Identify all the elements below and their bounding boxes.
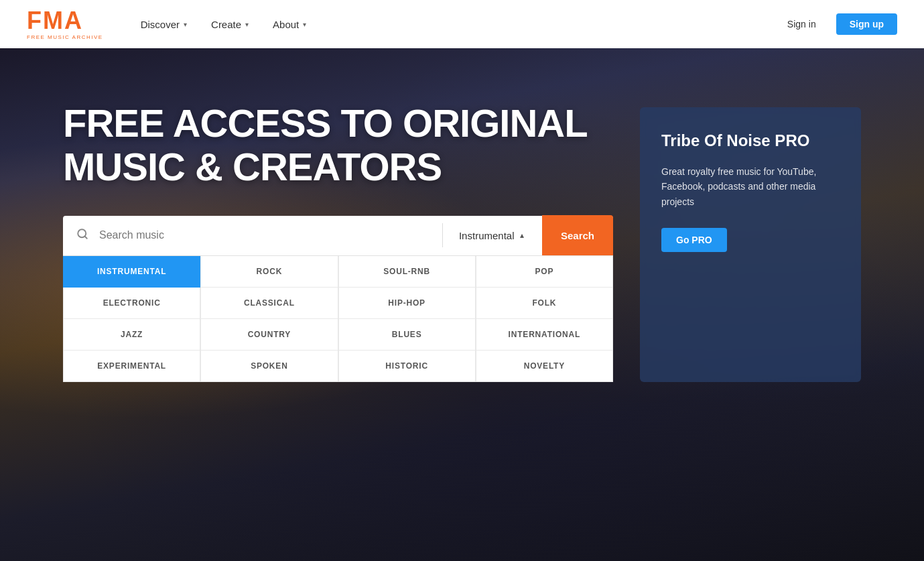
hero-content: FREE ACCESS TO ORIGINAL MUSIC & CREATORS… bbox=[0, 48, 924, 382]
search-button[interactable]: Search bbox=[542, 215, 613, 255]
logo-subtitle: FREE MUSIC ARCHIVE bbox=[27, 34, 103, 40]
navbar: FMA FREE MUSIC ARCHIVE Discover ▾ Create… bbox=[0, 0, 924, 48]
genre-item-blues[interactable]: BLUES bbox=[338, 319, 476, 351]
pro-card: Tribe Of Noise PRO Great royalty free mu… bbox=[640, 107, 861, 382]
discover-chevron-icon: ▾ bbox=[184, 21, 187, 28]
search-bar: Instrumental ▴ Search bbox=[63, 216, 613, 256]
signup-button[interactable]: Sign up bbox=[836, 13, 897, 35]
genre-item-novelty[interactable]: NOVELTY bbox=[476, 351, 613, 382]
hero-left: FREE ACCESS TO ORIGINAL MUSIC & CREATORS… bbox=[63, 102, 613, 382]
logo[interactable]: FMA FREE MUSIC ARCHIVE bbox=[27, 9, 103, 40]
signin-button[interactable]: Sign in bbox=[775, 13, 828, 35]
hero-title-line2: MUSIC & CREATORS bbox=[63, 145, 442, 188]
about-chevron-icon: ▾ bbox=[303, 21, 306, 28]
genre-item-experimental[interactable]: EXPERIMENTAL bbox=[63, 351, 200, 382]
search-icon bbox=[63, 228, 99, 243]
svg-line-1 bbox=[84, 236, 86, 238]
genre-item-international[interactable]: INTERNATIONAL bbox=[476, 319, 613, 351]
hero-title: FREE ACCESS TO ORIGINAL MUSIC & CREATORS bbox=[63, 102, 613, 189]
nav-about[interactable]: About ▾ bbox=[262, 13, 317, 36]
pro-title: Tribe Of Noise PRO bbox=[661, 131, 840, 151]
search-input[interactable] bbox=[99, 229, 437, 241]
search-wrapper: Instrumental ▴ Search INSTRUMENTALROCKSO… bbox=[63, 216, 613, 382]
hero-title-line1: FREE ACCESS TO ORIGINAL bbox=[63, 101, 588, 145]
genre-chevron-icon: ▴ bbox=[520, 231, 524, 240]
genre-item-electronic[interactable]: ELECTRONIC bbox=[63, 288, 200, 319]
nav-discover[interactable]: Discover ▾ bbox=[130, 13, 198, 36]
genre-item-jazz[interactable]: JAZZ bbox=[63, 319, 200, 351]
nav-about-label: About bbox=[273, 19, 299, 30]
genre-item-soul-rnb[interactable]: SOUL-RNB bbox=[338, 256, 476, 288]
genre-item-historic[interactable]: HISTORIC bbox=[338, 351, 476, 382]
genre-grid: INSTRUMENTALROCKSOUL-RNBPOPELECTRONICCLA… bbox=[63, 256, 613, 382]
nav-create-label: Create bbox=[211, 19, 241, 30]
genre-item-classical[interactable]: CLASSICAL bbox=[200, 288, 338, 319]
genre-selected-label: Instrumental bbox=[459, 230, 515, 241]
nav-create[interactable]: Create ▾ bbox=[200, 13, 259, 36]
pro-description: Great royalty free music for YouTube, Fa… bbox=[661, 164, 840, 209]
nav-links: Discover ▾ Create ▾ About ▾ bbox=[130, 13, 775, 36]
go-pro-button[interactable]: Go PRO bbox=[661, 228, 727, 252]
genre-item-folk[interactable]: FOLK bbox=[476, 288, 613, 319]
genre-item-instrumental[interactable]: INSTRUMENTAL bbox=[63, 256, 200, 288]
genre-item-hip-hop[interactable]: HIP-HOP bbox=[338, 288, 476, 319]
genre-item-spoken[interactable]: SPOKEN bbox=[200, 351, 338, 382]
genre-item-pop[interactable]: POP bbox=[476, 256, 613, 288]
genre-selector[interactable]: Instrumental ▴ bbox=[448, 230, 542, 241]
create-chevron-icon: ▾ bbox=[245, 21, 249, 28]
search-divider bbox=[442, 223, 443, 247]
nav-discover-label: Discover bbox=[141, 19, 180, 30]
logo-text: FMA bbox=[27, 9, 103, 33]
genre-item-country[interactable]: COUNTRY bbox=[200, 319, 338, 351]
nav-auth: Sign in Sign up bbox=[775, 13, 897, 35]
genre-item-rock[interactable]: ROCK bbox=[200, 256, 338, 288]
